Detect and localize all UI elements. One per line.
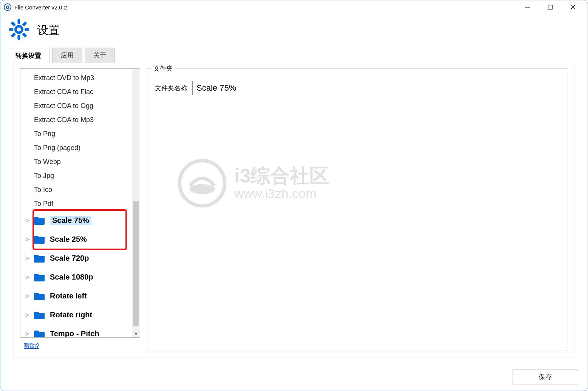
maximize-button[interactable]	[539, 0, 562, 14]
page-title: 设置	[37, 23, 60, 38]
folder-name-label: 文件夹名称	[155, 84, 187, 93]
preset-folder[interactable]: ▷ Scale 75%	[20, 211, 132, 230]
scrollbar-thumb[interactable]	[133, 201, 139, 326]
svg-rect-16	[22, 32, 27, 38]
preset-folder-label: Rotate left	[50, 292, 87, 300]
preset-folder[interactable]: ▷ Rotate left	[20, 286, 132, 305]
folder-icon	[34, 291, 45, 300]
preset-item[interactable]: To Pdf	[20, 197, 132, 211]
folder-name-row: 文件夹名称	[155, 81, 560, 95]
preset-item[interactable]: To Ico	[20, 183, 132, 197]
window-title: File Converter v2.0.2	[14, 4, 67, 11]
svg-point-2	[7, 6, 8, 8]
folder-icon	[34, 235, 45, 244]
preset-folder-label: Scale 75%	[50, 216, 91, 225]
folder-icon	[34, 253, 45, 263]
save-button[interactable]: 保存	[512, 369, 578, 385]
svg-rect-4	[548, 5, 552, 9]
help-link-text[interactable]: 帮助?	[24, 343, 39, 349]
preset-folder[interactable]: ▷ Scale 720p	[20, 249, 132, 267]
preset-folder-label: Scale 25%	[50, 235, 87, 244]
expand-icon[interactable]: ▷	[26, 312, 31, 317]
expand-icon[interactable]: ▷	[26, 274, 31, 280]
folder-icon	[34, 310, 45, 319]
svg-point-8	[17, 28, 21, 32]
svg-rect-9	[17, 19, 20, 24]
preset-folder[interactable]: ▷ Rotate right	[20, 305, 132, 324]
preset-folder[interactable]: ▷ Tempo - Pitch	[20, 324, 132, 337]
preset-item[interactable]: To Png	[20, 127, 132, 141]
tabs: 转换设置 应用 关于	[7, 48, 581, 63]
content-panel: Extract DVD to Mp3Extract CDA to FlacExt…	[14, 63, 574, 357]
svg-rect-13	[22, 21, 27, 26]
preset-item[interactable]: To Png (paged)	[20, 141, 132, 155]
preset-item[interactable]: Extract CDA to Ogg	[20, 99, 132, 113]
preset-tree-panel: Extract DVD to Mp3Extract CDA to FlacExt…	[20, 68, 140, 338]
svg-rect-14	[11, 32, 16, 38]
help-link[interactable]: 帮助?	[24, 342, 140, 350]
folder-icon	[34, 272, 45, 281]
preset-item[interactable]: Extract CDA to Mp3	[20, 113, 132, 127]
svg-rect-10	[17, 35, 20, 40]
expand-icon[interactable]: ▷	[26, 255, 31, 261]
scrollbar-down-icon[interactable]: ▾	[132, 331, 140, 337]
preset-item[interactable]: Extract CDA to Flac	[20, 85, 132, 99]
preset-folder[interactable]: ▷ Scale 25%	[20, 230, 132, 249]
folder-icon	[34, 216, 45, 225]
preset-folder-label: Scale 1080p	[50, 273, 93, 281]
tab-conversion-settings[interactable]: 转换设置	[7, 48, 50, 63]
svg-rect-15	[11, 21, 16, 26]
expand-icon[interactable]: ▷	[26, 236, 31, 242]
titlebar: File Converter v2.0.2	[0, 0, 588, 14]
preset-folder-label: Rotate right	[50, 311, 92, 319]
preset-item[interactable]: To Webp	[20, 155, 132, 169]
preset-item[interactable]: Extract DVD to Mp3	[20, 71, 132, 85]
svg-rect-11	[9, 28, 13, 31]
expand-icon[interactable]: ▷	[26, 293, 31, 298]
preset-tree[interactable]: Extract DVD to Mp3Extract CDA to FlacExt…	[20, 69, 132, 337]
expand-icon[interactable]: ▷	[26, 331, 31, 336]
close-button[interactable]	[562, 0, 584, 14]
gear-icon	[8, 18, 30, 42]
expand-icon[interactable]: ▷	[26, 218, 31, 223]
folder-fieldset: 文件夹 文件夹名称	[147, 68, 568, 351]
svg-rect-12	[25, 28, 29, 31]
tab-application[interactable]: 应用	[52, 48, 82, 63]
detail-panel: 文件夹 文件夹名称	[147, 68, 568, 352]
preset-item[interactable]: To Jpg	[20, 169, 132, 183]
folder-name-input[interactable]	[192, 81, 434, 95]
app-icon	[4, 3, 11, 11]
folder-fieldset-legend: 文件夹	[151, 64, 175, 73]
tree-scrollbar[interactable]: ▾	[132, 69, 140, 337]
window-controls	[516, 0, 584, 14]
preset-folder[interactable]: ▷ Scale 1080p	[20, 267, 132, 286]
tab-about[interactable]: 关于	[85, 48, 115, 63]
minimize-button[interactable]	[516, 0, 539, 14]
folder-icon	[34, 329, 45, 337]
preset-folder-label: Tempo - Pitch	[50, 329, 99, 338]
preset-folder-label: Scale 720p	[50, 254, 89, 263]
page-header: 设置	[0, 14, 588, 48]
